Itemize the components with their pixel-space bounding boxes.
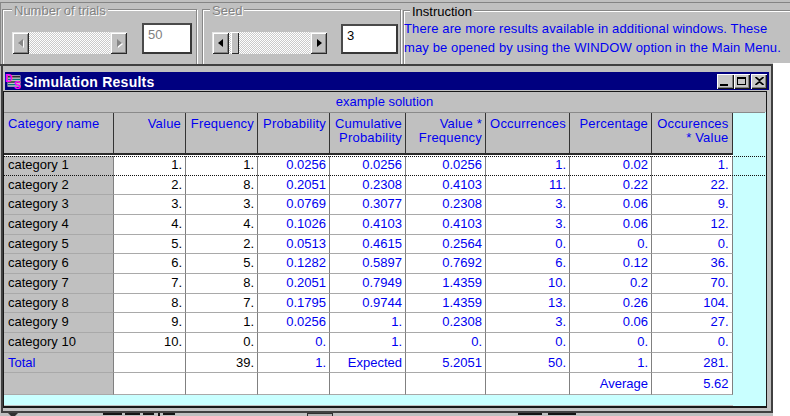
svg-text:D: D [5, 73, 13, 84]
svg-text:S: S [14, 79, 21, 89]
